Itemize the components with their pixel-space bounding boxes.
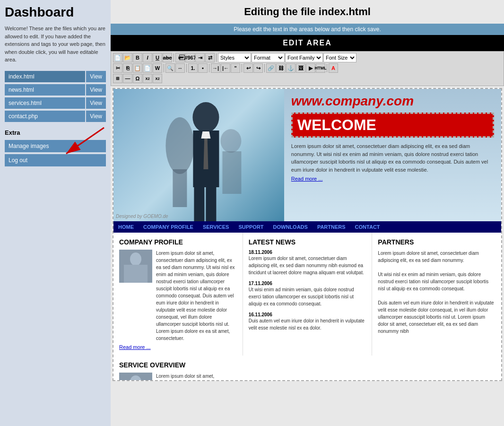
font-size-select[interactable]: Font Size bbox=[323, 53, 356, 62]
align-justify-btn[interactable]: ⇄ bbox=[205, 53, 215, 62]
tb-sep-1 bbox=[174, 53, 174, 62]
image-btn[interactable]: 🖼 bbox=[296, 63, 305, 73]
person-silhouette bbox=[113, 89, 284, 221]
header-text: www.company.com WELCOME Lorem ipsum dolo… bbox=[284, 89, 501, 221]
cut-btn[interactable]: ✂ bbox=[113, 63, 122, 73]
nav-downloads[interactable]: DOWNLOADS bbox=[269, 221, 313, 233]
tb-sep-2 bbox=[216, 53, 217, 62]
company-profile-content: Lorem ipsum dolor sit amet, consectetuer… bbox=[119, 250, 237, 342]
format-select[interactable]: Format bbox=[252, 53, 285, 62]
view-contact-btn[interactable]: View bbox=[86, 111, 106, 122]
open-doc-icon[interactable]: 📂 bbox=[123, 53, 132, 62]
tb-sep-4 bbox=[186, 64, 187, 72]
table-btn[interactable]: ⊞ bbox=[113, 74, 122, 83]
company-thumb bbox=[119, 250, 152, 283]
new-doc-icon[interactable]: 📄 bbox=[113, 53, 122, 62]
news-item-0: 18.11.2006 Lorem ipsum dolor sit amet, c… bbox=[249, 250, 366, 276]
manage-images-btn[interactable]: Manage images bbox=[5, 140, 106, 152]
file-news-html[interactable]: news.html bbox=[5, 84, 85, 96]
svg-point-10 bbox=[220, 129, 241, 153]
company-profile-text: Lorem ipsum dolor sit amet, consectetuer… bbox=[156, 250, 237, 342]
sidebar-intro: Welcome! These are the files which you a… bbox=[5, 25, 106, 64]
view-index-btn[interactable]: View bbox=[86, 71, 106, 82]
news-date-1: 17.11.2006 bbox=[249, 281, 366, 286]
paste-plain-btn[interactable]: 📄 bbox=[143, 63, 152, 73]
sidebar-title: Dashboard bbox=[5, 5, 106, 20]
read-more-link-1[interactable]: Read more ... bbox=[291, 176, 494, 182]
sub-btn[interactable]: x2 bbox=[143, 74, 152, 83]
paste-btn[interactable]: 📋 bbox=[133, 63, 142, 73]
sup-btn[interactable]: x2 bbox=[153, 74, 162, 83]
latest-news-title: LATEST NEWS bbox=[249, 238, 366, 246]
ul-btn[interactable]: • bbox=[198, 63, 208, 73]
toolbar-row-3: ⊞ — Ω x2 x2 bbox=[113, 74, 502, 83]
tb-sep-8 bbox=[327, 64, 327, 72]
svg-rect-3 bbox=[173, 169, 187, 207]
link-btn[interactable]: 🔗 bbox=[266, 63, 276, 73]
ol-btn[interactable]: 1. bbox=[188, 63, 198, 73]
replace-btn[interactable]: ↔ bbox=[175, 63, 185, 73]
italic-btn[interactable]: I bbox=[143, 53, 152, 62]
underline-btn[interactable]: U bbox=[153, 53, 162, 62]
align-center-btn[interactable]: #9670; bbox=[185, 53, 195, 62]
svg-point-13 bbox=[130, 252, 141, 266]
editor-toolbar: 📄 📂 B I U abc ⇤ #9670; ⇥ ⇄ Styles Forma… bbox=[111, 51, 504, 86]
nav-contact[interactable]: CONTACT bbox=[350, 221, 385, 233]
blockquote-btn[interactable]: " bbox=[231, 63, 240, 73]
nav-support[interactable]: SUPPORT bbox=[234, 221, 268, 233]
page-title: Editing the file index.html bbox=[111, 0, 504, 24]
svg-marker-7 bbox=[201, 131, 210, 139]
tb-sep-5 bbox=[209, 64, 209, 72]
color-btn[interactable]: A bbox=[329, 63, 338, 73]
anchor-btn[interactable]: ⚓ bbox=[286, 63, 295, 73]
media-btn[interactable]: ▶ bbox=[306, 63, 315, 73]
indent-btn[interactable]: →| bbox=[211, 63, 220, 73]
partners-text: Lorem ipsum dolore sit amet, consectetue… bbox=[378, 250, 495, 335]
tb-sep-3 bbox=[164, 64, 164, 72]
file-services-html[interactable]: services.html bbox=[5, 97, 85, 109]
strikethrough-btn[interactable]: abc bbox=[163, 53, 172, 62]
file-row-1: news.html View bbox=[5, 84, 106, 96]
file-contact-php[interactable]: contact.php bbox=[5, 111, 85, 122]
special-char-btn[interactable]: Ω bbox=[133, 74, 142, 83]
paste-word-btn[interactable]: W bbox=[153, 63, 162, 73]
service-content: Lorem ipsum dolor sit amet, consectetuer… bbox=[119, 373, 240, 381]
align-right-btn[interactable]: ⇥ bbox=[195, 53, 205, 62]
news-item-2: 16.11.2006 Duis autem vel eum iriure dol… bbox=[249, 312, 366, 331]
undo-btn[interactable]: ↩ bbox=[243, 63, 253, 73]
news-item-1: 17.11.2006 Ut wisi enim ad minim veniam,… bbox=[249, 281, 366, 307]
file-list: index.html View news.html View services.… bbox=[5, 71, 106, 122]
svg-point-2 bbox=[165, 117, 194, 174]
bold-btn[interactable]: B bbox=[133, 53, 142, 62]
unlink-btn[interactable]: ⛓ bbox=[276, 63, 286, 73]
view-news-btn[interactable]: View bbox=[86, 84, 106, 96]
nav-services[interactable]: SERVICES bbox=[198, 221, 234, 233]
copy-btn[interactable]: ⎘ bbox=[123, 63, 132, 73]
nav-partners[interactable]: PARTNERS bbox=[313, 221, 350, 233]
nav-home[interactable]: HOME bbox=[113, 221, 139, 233]
news-text-1: Ut wisi enim ad minim veniam, quis dolor… bbox=[249, 286, 366, 307]
svg-rect-11 bbox=[222, 151, 241, 194]
logout-btn[interactable]: Log out bbox=[5, 154, 106, 166]
hr-btn[interactable]: — bbox=[123, 74, 132, 83]
view-services-btn[interactable]: View bbox=[86, 97, 106, 109]
font-family-select[interactable]: Font Family bbox=[285, 53, 323, 62]
html-btn[interactable]: HTML bbox=[316, 63, 325, 73]
extra-label: Extra bbox=[5, 129, 106, 136]
edit-area-label: EDIT AREA bbox=[111, 35, 504, 51]
file-index-html[interactable]: index.html bbox=[5, 71, 85, 82]
nav-company-profile[interactable]: COMPANY PROFILE bbox=[139, 221, 198, 233]
company-profile-title: COMPANY PROFILE bbox=[119, 238, 237, 246]
nav-bar: HOME COMPANY PROFILE SERVICES SUPPORT DO… bbox=[113, 221, 501, 233]
header-image: Designed by GOEMO.de bbox=[113, 89, 284, 221]
find-btn[interactable]: 🔍 bbox=[165, 63, 175, 73]
outdent-btn[interactable]: |← bbox=[221, 63, 230, 73]
service-overview-col: SERVICE OVERVIEW Lorem ipsum dolor sit a… bbox=[113, 356, 245, 381]
redo-btn[interactable]: ↪ bbox=[253, 63, 263, 73]
styles-select[interactable]: Styles bbox=[218, 53, 251, 62]
news-date-2: 16.11.2006 bbox=[249, 312, 366, 317]
content-row-1: COMPANY PROFILE Lorem ipsum dolor sit am… bbox=[113, 233, 501, 356]
toolbar-row-1: 📄 📂 B I U abc ⇤ #9670; ⇥ ⇄ Styles Forma… bbox=[113, 53, 502, 62]
header-lorem-text: Lorem ipsum dolor sit amet, consectetuer… bbox=[291, 142, 494, 174]
read-more-link-2[interactable]: Read more ... bbox=[119, 344, 237, 350]
